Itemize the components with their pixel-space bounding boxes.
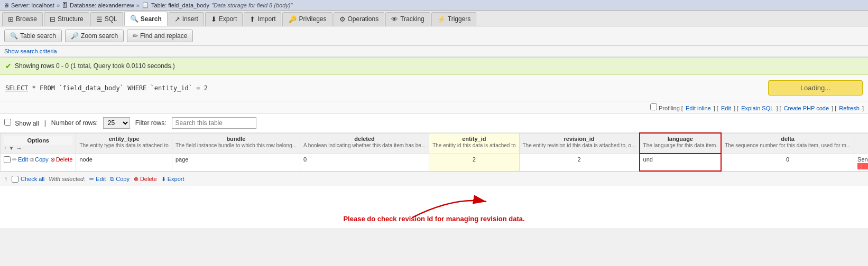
check-all-area: Check all: [12, 176, 44, 183]
server-label: Server: localhost: [11, 2, 54, 8]
sort-icon: ↑: [4, 145, 7, 151]
arrow-icon: ▼: [9, 145, 14, 151]
edit-pencil-icon: ✏: [12, 156, 17, 163]
loading-button[interactable]: Loading...: [768, 80, 863, 96]
col-entity-type: entity_type The entity type this data is…: [76, 133, 172, 154]
row-checkbox-cell: ✏ Edit ⧉ Copy ⊗ Delete: [1, 154, 76, 171]
create-php-link[interactable]: Create PHP code: [784, 105, 829, 111]
privileges-icon: 🔑: [288, 15, 297, 23]
tab-structure[interactable]: ⊟ Structure: [44, 12, 89, 26]
sql-area: SELECT * FROM `field_data_body` WHERE `e…: [0, 75, 868, 101]
controls-row: Show all | Number of rows: 25 50 100 Fil…: [0, 114, 868, 132]
bottom-edit-link[interactable]: ✏ Edit: [89, 176, 106, 183]
col-bundle: bundle The field instance bundle to whic…: [172, 133, 300, 154]
breadcrumb-bar: 🖥 Server: localhost » 🗄 Database: alexan…: [0, 0, 868, 11]
show-criteria-anchor[interactable]: Show search criteria: [4, 48, 57, 54]
sql-icon: ☰: [96, 15, 103, 23]
cell-revision-id: 2: [519, 154, 640, 171]
filter-rows-label: Filter rows:: [135, 119, 167, 127]
tab-sql[interactable]: ☰ SQL: [90, 12, 123, 26]
find-replace-button[interactable]: ✏ Find and replace: [127, 30, 193, 42]
show-all-checkbox[interactable]: [4, 119, 11, 126]
show-criteria-link[interactable]: Show search criteria: [0, 46, 868, 57]
row-checkbox[interactable]: [4, 156, 11, 163]
cell-language: und: [640, 154, 722, 171]
profiling-checkbox[interactable]: [650, 103, 657, 110]
redacted-text: █████████████...: [857, 163, 868, 169]
export-icon: ⬇: [211, 15, 217, 23]
col-body-value: body_value: [854, 133, 868, 154]
table-label: Table: field_data_body: [151, 2, 209, 8]
sort-up-icon: ↑: [4, 175, 7, 183]
success-message-bar: ✔ Showing rows 0 - 0 (1 total, Query too…: [0, 57, 868, 75]
delete-row-link[interactable]: ⊗ Delete: [50, 156, 73, 163]
triggers-icon: ⚡: [437, 15, 446, 23]
tab-triggers[interactable]: ⚡ Triggers: [431, 12, 477, 26]
tab-browse[interactable]: ⊞ Browse: [2, 12, 43, 26]
annotation-text: Please do check revision Id for managing…: [343, 215, 524, 223]
explain-sql-link[interactable]: Explain SQL: [741, 105, 773, 111]
sql-query-text: SELECT * FROM `field_data_body` WHERE `e…: [5, 84, 208, 92]
bottom-actions-bar: ↑ Check all With selected: ✏ Edit ⧉ Copy…: [0, 172, 868, 186]
db-label: Database: alexandernew: [70, 2, 134, 8]
main-nav: ⊞ Browse ⊟ Structure ☰ SQL 🔍 Search ↗ In…: [0, 11, 868, 26]
operations-icon: ⚙: [339, 15, 346, 23]
zoom-search-button[interactable]: 🔎 Zoom search: [65, 30, 124, 42]
col-entity-id: entity_id The entity id this data is att…: [429, 133, 519, 154]
check-all-link[interactable]: Check all: [21, 176, 44, 182]
bottom-copy-link[interactable]: ⧉ Copy: [110, 176, 130, 183]
find-replace-icon: ✏: [133, 32, 138, 40]
table-description: "Data storage for field 8 (body)": [211, 2, 292, 8]
data-table: Options ↑ ▼ → entity_type The entity typ…: [0, 132, 868, 172]
bottom-delete-link[interactable]: ⊗ Delete: [134, 176, 157, 183]
edit-row-link[interactable]: ✏ Edit: [12, 156, 28, 163]
bottom-copy-icon: ⧉: [110, 176, 114, 183]
row-actions: ✏ Edit ⧉ Copy ⊗ Delete: [4, 156, 72, 163]
tracking-icon: 👁: [391, 15, 398, 23]
bottom-export-link[interactable]: ⬇ Export: [161, 176, 184, 183]
bottom-export-icon: ⬇: [161, 176, 166, 183]
delete-icon: ⊗: [50, 156, 55, 163]
options-header: Options ↑ ▼ →: [1, 133, 76, 154]
cell-delta: 0: [721, 154, 854, 171]
server-icon: 🖥: [3, 2, 9, 8]
zoom-search-icon: 🔎: [71, 32, 79, 40]
search-icon: 🔍: [130, 15, 138, 23]
structure-icon: ⊟: [50, 15, 56, 23]
profiling-bar: Profiling [ Edit inline ] [ Edit ] [ Exp…: [0, 101, 868, 114]
copy-icon: ⧉: [30, 156, 34, 163]
table-search-button[interactable]: 🔍 Table search: [4, 30, 62, 42]
col-language: language The language for this data item…: [640, 133, 722, 154]
refresh-link[interactable]: Refresh: [839, 105, 860, 111]
number-rows-select[interactable]: 25 50 100: [103, 117, 130, 129]
table-row: ✏ Edit ⧉ Copy ⊗ Delete nod: [1, 154, 869, 171]
sub-nav-bar: 🔍 Table search 🔎 Zoom search ✏ Find and …: [0, 26, 868, 46]
insert-icon: ↗: [174, 15, 180, 23]
tab-export[interactable]: ⬇ Export: [205, 12, 243, 26]
edit-inline-link[interactable]: Edit inline: [686, 105, 711, 111]
col-deleted: deleted A boolean indicating whether thi…: [300, 133, 429, 154]
success-message-text: Showing rows 0 - 0 (1 total, Query took …: [15, 62, 175, 70]
cell-entity-type: node: [76, 154, 172, 171]
db-icon: 🗄: [62, 2, 68, 8]
bottom-edit-icon: ✏: [89, 176, 94, 183]
tab-import[interactable]: ⬆ Import: [244, 12, 281, 26]
tab-insert[interactable]: ↗ Insert: [169, 12, 204, 26]
filter-rows-input[interactable]: [172, 117, 256, 129]
annotation-area: Please do check revision Id for managing…: [0, 186, 868, 228]
arrow-right-icon: →: [16, 145, 22, 151]
cell-body-value: Send email to <a █████████████...: [854, 154, 868, 171]
tab-privileges[interactable]: 🔑 Privileges: [282, 12, 332, 26]
tab-tracking[interactable]: 👁 Tracking: [385, 12, 430, 26]
browse-icon: ⊞: [8, 15, 14, 23]
cell-entity-id: 2: [429, 154, 519, 171]
col-delta: delta The sequence number for this data …: [721, 133, 854, 154]
number-rows-label: Number of rows:: [51, 119, 98, 127]
success-icon: ✔: [5, 62, 12, 70]
edit-link[interactable]: Edit: [721, 105, 731, 111]
copy-row-link[interactable]: ⧉ Copy: [30, 156, 49, 163]
tab-operations[interactable]: ⚙ Operations: [334, 12, 385, 26]
check-all-checkbox[interactable]: [12, 176, 19, 183]
profiling-label: Profiling: [650, 105, 681, 111]
tab-search[interactable]: 🔍 Search: [124, 12, 168, 26]
